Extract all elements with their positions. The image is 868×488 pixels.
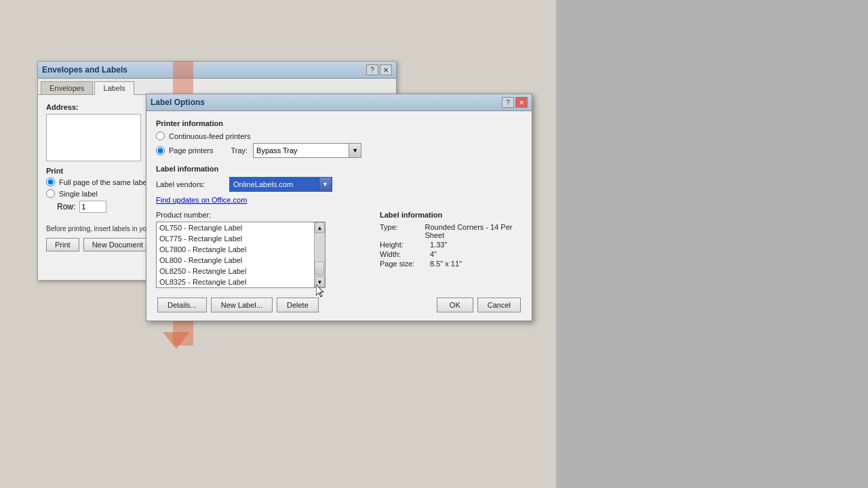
continuous-feed-radio[interactable] (156, 131, 165, 140)
label-titlebar: Label Options ? ✕ (146, 94, 532, 111)
label-close-button[interactable]: ✕ (515, 97, 528, 108)
label-titlebar-buttons: ? ✕ (502, 97, 528, 108)
width-key: Width: (380, 250, 427, 258)
arrow-head (163, 332, 190, 349)
continuous-feed-row: Continuous-feed printers (156, 131, 522, 140)
printer-info-section: Printer information Continuous-feed prin… (156, 119, 522, 158)
row-input[interactable] (79, 201, 106, 213)
list-item[interactable]: OL800 - Rectangle Label (157, 255, 314, 266)
height-key: Height: (380, 241, 427, 249)
type-row: Type: Rounded Corners - 14 Per Sheet (380, 223, 522, 239)
vendor-select[interactable]: OnlineLabels.com ▼ (229, 177, 332, 192)
type-key: Type: (380, 223, 422, 239)
bottom-section: Product number: OL750 - Rectangle Label … (156, 211, 522, 288)
page-size-value: 8.5" x 11" (430, 260, 462, 268)
background-right (556, 0, 868, 488)
list-item[interactable]: OL8325 - Rectangle Label (157, 277, 314, 287)
tray-select[interactable]: Bypass Tray ▼ (253, 143, 361, 158)
single-label-label: Single label (59, 190, 98, 198)
details-button[interactable]: Details... (157, 298, 207, 312)
list-item[interactable]: OL750 - Rectangle Label (157, 222, 314, 233)
tab-envelopes[interactable]: Envelopes (41, 81, 93, 94)
height-row: Height: 1.33" (380, 241, 522, 249)
list-item[interactable]: OL8250 - Rectangle Label (157, 266, 314, 277)
label-info-header: Label information (156, 165, 522, 173)
product-section: Product number: OL750 - Rectangle Label … (156, 211, 372, 288)
list-item[interactable]: OL775 - Rectangle Label (157, 233, 314, 244)
ok-button[interactable]: OK (437, 298, 473, 312)
label-options-dialog: Label Options ? ✕ Printer information Co… (146, 94, 532, 321)
label-cancel-button[interactable]: Cancel (477, 298, 521, 312)
page-printers-label: Page printers (169, 146, 213, 155)
label-help-button[interactable]: ? (502, 97, 514, 108)
product-listbox: OL750 - Rectangle Label OL775 - Rectangl… (156, 222, 326, 288)
row-label: Row: (57, 202, 75, 211)
product-number-label: Product number: (156, 211, 372, 219)
address-box[interactable] (46, 114, 141, 161)
tray-label: Tray: (231, 146, 248, 155)
printer-info-header: Printer information (156, 119, 522, 127)
list-item[interactable]: OL7800 - Rectangle Label (157, 244, 314, 255)
env-tabs: Envelopes Labels (38, 79, 396, 95)
page-size-key: Page size: (380, 260, 427, 268)
width-value: 4" (430, 250, 437, 258)
env-titlebar: Envelopes and Labels ? ✕ (38, 62, 396, 79)
env-close-button[interactable]: ✕ (380, 64, 392, 75)
vendor-dropdown-btn[interactable]: ▼ (319, 178, 331, 191)
page-printers-row: Page printers Tray: Bypass Tray ▼ (156, 143, 522, 158)
label-content: Printer information Continuous-feed prin… (146, 111, 532, 321)
product-scrollbar: ▲ ▼ (314, 222, 325, 287)
vendor-row: Label vendors: OnlineLabels.com ▼ (156, 177, 522, 192)
scroll-down-btn[interactable]: ▼ (315, 277, 325, 287)
label-info-section: Label information Label vendors: OnlineL… (156, 165, 522, 204)
new-label-button[interactable]: New Label... (211, 298, 273, 312)
vendor-select-value: OnlineLabels.com (231, 179, 319, 190)
page-printers-radio[interactable] (156, 146, 165, 155)
label-footer-buttons: Details... New Label... Delete OK Cancel (156, 298, 522, 312)
scroll-thumb[interactable] (315, 262, 324, 275)
width-row: Width: 4" (380, 250, 522, 258)
env-dialog-title: Envelopes and Labels (42, 65, 127, 75)
scroll-track (315, 233, 325, 277)
tray-dropdown-btn[interactable]: ▼ (349, 144, 361, 157)
full-page-label: Full page of the same label (59, 178, 149, 186)
env-titlebar-buttons: ? ✕ (366, 64, 392, 75)
label-info-display: Label information Type: Rounded Corners … (380, 211, 522, 288)
new-document-button[interactable]: New Document (83, 238, 152, 251)
env-help-button[interactable]: ? (366, 64, 378, 75)
label-info-display-header: Label information (380, 211, 522, 219)
label-dialog-title: Label Options (151, 98, 205, 107)
find-updates-link[interactable]: Find updates on Office.com (156, 196, 522, 204)
single-label-radio[interactable] (46, 189, 55, 198)
product-list: OL750 - Rectangle Label OL775 - Rectangl… (157, 222, 314, 287)
delete-button[interactable]: Delete (277, 298, 319, 312)
vendor-label: Label vendors: (156, 180, 224, 188)
tray-select-value: Bypass Tray (254, 145, 349, 156)
continuous-feed-label: Continuous-feed printers (169, 132, 250, 140)
full-page-radio[interactable] (46, 178, 55, 186)
tab-labels[interactable]: Labels (94, 81, 134, 95)
page-size-row: Page size: 8.5" x 11" (380, 260, 522, 268)
scroll-up-btn[interactable]: ▲ (315, 222, 325, 233)
height-value: 1.33" (430, 241, 447, 249)
type-value: Rounded Corners - 14 Per Sheet (425, 223, 522, 239)
print-button[interactable]: Print (46, 238, 79, 251)
tray-row: Tray: Bypass Tray ▼ (231, 143, 361, 158)
